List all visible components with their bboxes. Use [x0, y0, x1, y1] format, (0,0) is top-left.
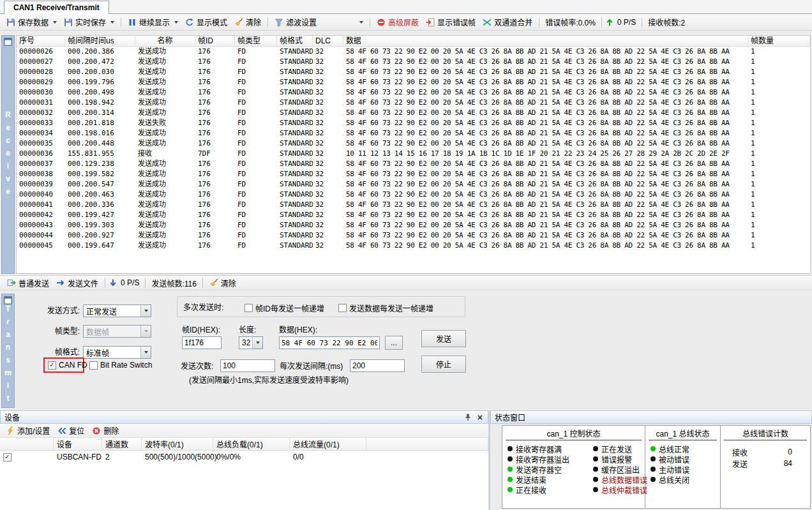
show-error-frame-button[interactable]: 显示错误帧	[423, 15, 479, 29]
table-row[interactable]: 00000030000.200.498发送成功176FDSTANDARD3258…	[17, 87, 810, 98]
tab-can1-receive-transmit[interactable]: CAN1 Receive/Transmit	[4, 1, 109, 14]
cell-int: 000.200.463	[65, 190, 135, 200]
col-bus-flow[interactable]: 总线流量(0/1)	[290, 438, 366, 450]
transmit-tab-strip[interactable]: Transmit	[1, 294, 15, 408]
inc-data-checkbox[interactable]: 发送数据每发送一帧递增	[338, 303, 433, 313]
cell-type: FD	[235, 241, 277, 251]
cell-type: FD	[235, 87, 277, 98]
table-row[interactable]: 00000035000.200.448发送成功176FDSTANDARD3258…	[17, 139, 810, 149]
filter-settings-dropdown[interactable]: 滤波设置	[271, 15, 366, 29]
col-device[interactable]: 设备	[54, 438, 102, 450]
device-row[interactable]: ✓ USBCAN-FD 2 500(500)/1000(5000) 0%/0% …	[0, 451, 488, 463]
reset-label: 复位	[69, 425, 84, 436]
table-row[interactable]: 00000041000.200.336发送成功176FDSTANDARD3258…	[17, 200, 810, 210]
col-frame-format[interactable]: 帧格式	[277, 36, 313, 46]
length-select[interactable]: 32	[239, 336, 263, 349]
device-table-header: 设备 通道数 波特率(0/1) 总线负载(0/1) 总线流量(0/1)	[0, 438, 488, 451]
more-data-button[interactable]: ...	[385, 336, 403, 350]
clear-transmit-button[interactable]: 清除	[206, 276, 239, 290]
add-settings-button[interactable]: 添加/设置	[3, 424, 53, 437]
stop-button[interactable]: 停止	[421, 356, 466, 373]
send-interval-input[interactable]	[350, 359, 405, 372]
table-row[interactable]: 00000032000.200.314发送成功176FDSTANDARD3258…	[17, 108, 810, 118]
cell-id: 176	[195, 57, 235, 67]
error-count-value: 0	[769, 447, 792, 456]
table-row[interactable]: 00000039000.200.547发送成功176FDSTANDARD3258…	[17, 179, 810, 190]
cell-type: FD	[235, 139, 277, 149]
cell-fmt: STANDARD	[277, 67, 313, 77]
inc-frame-id-checkbox[interactable]: 帧ID每发送一帧递增	[244, 303, 324, 313]
table-row[interactable]: 00000029000.199.796发送成功176FDSTANDARD3258…	[17, 77, 810, 87]
realtime-save-button[interactable]: 实时保存	[61, 15, 117, 29]
transmit-tab-label: Transmit	[4, 304, 13, 416]
cell-int: 000.198.016	[65, 128, 135, 139]
col-select	[0, 438, 54, 450]
frame-id-input[interactable]	[182, 336, 222, 349]
table-row[interactable]: 00000045000.199.647发送成功176FDSTANDARD3258…	[17, 241, 810, 251]
continue-display-button[interactable]: 继续显示	[124, 15, 181, 29]
table-row[interactable]: 00000034000.198.016发送成功176FDSTANDARD3258…	[17, 128, 810, 139]
advanced-mask-label: 高级屏蔽	[388, 17, 419, 27]
cell-fmt: STANDARD	[277, 87, 313, 98]
cell-fmt: STANDARD	[277, 220, 313, 230]
cell-cnt: 1	[748, 179, 810, 190]
send-times-input[interactable]	[220, 359, 275, 372]
send-file-button[interactable]: 发送文件	[53, 276, 102, 290]
data-input[interactable]	[279, 336, 380, 349]
col-dlc[interactable]: DLC	[313, 36, 343, 46]
send-mode-select[interactable]: 正常发送	[83, 304, 151, 317]
dual-channel-merge-button[interactable]: 双通道合并	[479, 15, 536, 29]
table-row[interactable]: 00000033000.201.818发送失败176FDSTANDARD3258…	[17, 118, 810, 128]
col-data[interactable]: 数据	[343, 36, 748, 46]
toolbar-separator	[105, 278, 105, 288]
table-row[interactable]: 00000037000.129.238发送成功176FDSTANDARD3258…	[17, 159, 810, 169]
table-row[interactable]: 00000027000.200.472发送成功176FDSTANDARD3258…	[17, 57, 810, 67]
col-interval[interactable]: 帧间隔时间us	[65, 36, 135, 46]
close-icon[interactable]: ×	[476, 413, 484, 422]
cell-type: FD	[235, 67, 277, 77]
col-frame-type[interactable]: 帧类型	[235, 36, 277, 46]
table-row[interactable]: 00000031000.198.942发送成功176FDSTANDARD3258…	[17, 98, 810, 108]
reset-button[interactable]: 复位	[54, 424, 87, 437]
cell-id: 176	[195, 241, 235, 251]
device-checkbox[interactable]: ✓	[3, 453, 11, 461]
col-channels[interactable]: 通道数	[102, 438, 142, 450]
receive-pps-label: 0 P/S	[615, 17, 638, 28]
table-row[interactable]: 00000043000.199.303发送成功176FDSTANDARD3258…	[17, 220, 810, 230]
cell-data: 58 4F 60 73 22 90 E2 00 20 5A 4E C3 26 8…	[343, 67, 748, 77]
col-name[interactable]: 名称	[135, 36, 195, 46]
table-row[interactable]: 00000026000.200.386发送成功176FDSTANDARD3258…	[17, 47, 810, 57]
normal-send-button[interactable]: 普通发送	[4, 276, 52, 290]
table-row[interactable]: 00000042000.199.427发送成功176FDSTANDARD3258…	[17, 210, 810, 220]
cell-type: FD	[235, 57, 277, 67]
send-button[interactable]: 发送	[421, 330, 466, 347]
advanced-mask-button[interactable]: 高级屏蔽	[373, 15, 422, 29]
bitrate-switch-checkbox[interactable]: Bit Rate Switch	[89, 361, 152, 370]
col-frame-count[interactable]: 帧数量	[748, 36, 810, 46]
frame-type-select[interactable]: 数据帧	[83, 325, 151, 338]
col-baudrate[interactable]: 波特率(0/1)	[142, 438, 213, 450]
col-seq[interactable]: 序号	[17, 36, 65, 46]
frame-format-select[interactable]: 标准帧	[83, 346, 151, 359]
table-row[interactable]: 00000044000.200.927发送成功176FDSTANDARD3258…	[17, 230, 810, 241]
clear-receive-button[interactable]: 清除	[231, 15, 264, 29]
status-label: 接收寄存器满	[516, 444, 562, 454]
error-frame-icon	[426, 18, 435, 27]
cell-int: 000.200.448	[65, 139, 135, 149]
display-mode-button[interactable]: 显示模式	[182, 15, 230, 29]
col-frame-id[interactable]: 帧ID	[195, 36, 235, 46]
canfd-checkbox[interactable]: ✓ CAN FD	[48, 361, 87, 370]
col-bus-load[interactable]: 总线负载(0/1)	[213, 438, 290, 450]
cell-cnt: 1	[748, 210, 810, 220]
pin-icon[interactable]	[463, 413, 472, 422]
table-row[interactable]: 00000038000.199.582发送成功176FDSTANDARD3258…	[17, 169, 810, 179]
save-data-button[interactable]: 保存数据	[3, 15, 60, 29]
table-row[interactable]: 00000040000.200.463发送成功176FDSTANDARD3258…	[17, 190, 810, 200]
cell-fmt: STANDARD	[277, 139, 313, 149]
receive-tab-strip[interactable]: Receive	[1, 35, 15, 274]
table-row[interactable]: 00000028000.200.030发送成功176FDSTANDARD3258…	[17, 67, 810, 77]
cell-data: 58 4F 60 73 22 90 E2 00 20 5A 4E C3 26 8…	[343, 190, 748, 200]
delete-button[interactable]: 删除	[89, 424, 122, 437]
table-row[interactable]: 00000036155.831.955接收7DFFDSTANDARD3210 1…	[17, 149, 810, 159]
cell-dlc: 32	[313, 57, 343, 67]
